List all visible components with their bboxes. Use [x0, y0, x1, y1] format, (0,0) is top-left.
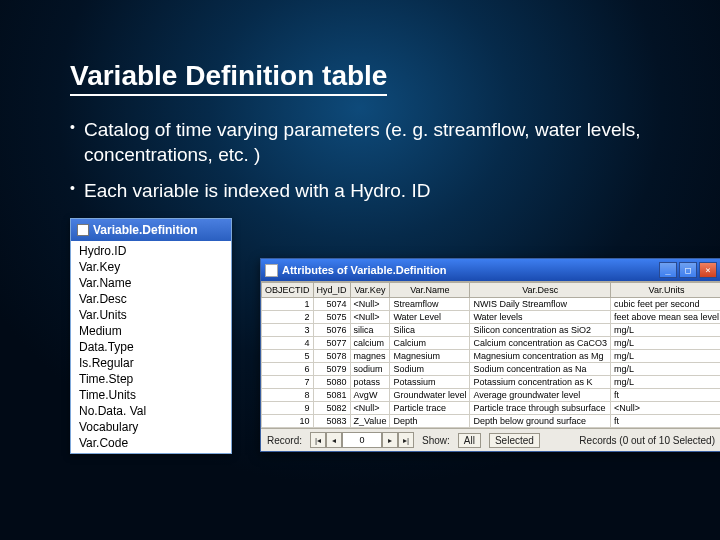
cell[interactable]: 5078	[313, 350, 350, 363]
table-row[interactable]: 65079sodiumSodiumSodium concentration as…	[262, 363, 721, 376]
cell[interactable]: potass	[350, 376, 390, 389]
cell[interactable]: Potassium	[390, 376, 470, 389]
cell[interactable]: Groundwater level	[390, 389, 470, 402]
minimize-button[interactable]: _	[659, 262, 677, 278]
col-header[interactable]: Var.Name	[390, 283, 470, 298]
col-header[interactable]: Var.Key	[350, 283, 390, 298]
cell[interactable]: 5080	[313, 376, 350, 389]
table-row[interactable]: 45077calciumCalciumCalcium concentration…	[262, 337, 721, 350]
cell[interactable]: 9	[262, 402, 314, 415]
cell[interactable]: feet above mean sea level	[611, 311, 721, 324]
col-header[interactable]: OBJECTID	[262, 283, 314, 298]
cell[interactable]: Silica	[390, 324, 470, 337]
cell[interactable]: mg/L	[611, 337, 721, 350]
table-row[interactable]: 105083Z_ValueDepthDepth below ground sur…	[262, 415, 721, 428]
field-item[interactable]: Time.Units	[71, 387, 231, 403]
cell[interactable]: 8	[262, 389, 314, 402]
cell[interactable]: NWIS Daily Streamflow	[470, 298, 611, 311]
field-item[interactable]: Is.Regular	[71, 355, 231, 371]
cell[interactable]: Streamflow	[390, 298, 470, 311]
cell[interactable]: Water Level	[390, 311, 470, 324]
cell[interactable]: mg/L	[611, 376, 721, 389]
col-header[interactable]: Var.Units	[611, 283, 721, 298]
cell[interactable]: Depth	[390, 415, 470, 428]
cell[interactable]: mg/L	[611, 324, 721, 337]
cell[interactable]: cubic feet per second	[611, 298, 721, 311]
cell[interactable]: 2	[262, 311, 314, 324]
cell[interactable]: magnes	[350, 350, 390, 363]
field-item[interactable]: Time.Step	[71, 371, 231, 387]
field-item[interactable]: Var.Desc	[71, 291, 231, 307]
cell[interactable]: Calcium	[390, 337, 470, 350]
cell[interactable]: <Null>	[350, 298, 390, 311]
show-selected-button[interactable]: Selected	[489, 433, 540, 448]
table-row[interactable]: 55078magnesMagnesiumMagnesium concentrat…	[262, 350, 721, 363]
field-item[interactable]: Vocabulary	[71, 419, 231, 435]
cell[interactable]: 5082	[313, 402, 350, 415]
cell[interactable]: Particle trace	[390, 402, 470, 415]
table-row[interactable]: 15074<Null>StreamflowNWIS Daily Streamfl…	[262, 298, 721, 311]
cell[interactable]: 5	[262, 350, 314, 363]
field-item[interactable]: Medium	[71, 323, 231, 339]
cell[interactable]: mg/L	[611, 363, 721, 376]
cell[interactable]: <Null>	[350, 402, 390, 415]
nav-prev-button[interactable]: ◂	[326, 432, 342, 448]
cell[interactable]: 5076	[313, 324, 350, 337]
cell[interactable]: Sodium concentration as Na	[470, 363, 611, 376]
field-item[interactable]: Var.Key	[71, 259, 231, 275]
table-row[interactable]: 35076silicaSilicaSilicon concentration a…	[262, 324, 721, 337]
attributes-titlebar[interactable]: Attributes of Variable.Definition _ □ ×	[261, 259, 720, 281]
cell[interactable]: Depth below ground surface	[470, 415, 611, 428]
nav-next-button[interactable]: ▸	[382, 432, 398, 448]
cell[interactable]: 4	[262, 337, 314, 350]
cell[interactable]: sodium	[350, 363, 390, 376]
field-item[interactable]: No.Data. Val	[71, 403, 231, 419]
field-item[interactable]: Var.Units	[71, 307, 231, 323]
cell[interactable]: Sodium	[390, 363, 470, 376]
cell[interactable]: calcium	[350, 337, 390, 350]
col-header[interactable]: Hyd_ID	[313, 283, 350, 298]
show-all-button[interactable]: All	[458, 433, 481, 448]
cell[interactable]: Potassium concentration as K	[470, 376, 611, 389]
field-item[interactable]: Var.Name	[71, 275, 231, 291]
cell[interactable]: 5075	[313, 311, 350, 324]
cell[interactable]: mg/L	[611, 350, 721, 363]
cell[interactable]: AvgW	[350, 389, 390, 402]
cell[interactable]: 5077	[313, 337, 350, 350]
nav-last-button[interactable]: ▸|	[398, 432, 414, 448]
record-input[interactable]	[342, 432, 382, 448]
cell[interactable]: Silicon concentration as SiO2	[470, 324, 611, 337]
cell[interactable]: <Null>	[350, 311, 390, 324]
cell[interactable]: Calcium concentration as CaCO3	[470, 337, 611, 350]
cell[interactable]: 1	[262, 298, 314, 311]
field-item[interactable]: Hydro.ID	[71, 243, 231, 259]
cell[interactable]: ft	[611, 389, 721, 402]
cell[interactable]: 5083	[313, 415, 350, 428]
cell[interactable]: ft	[611, 415, 721, 428]
cell[interactable]: 10	[262, 415, 314, 428]
cell[interactable]: Particle trace through subsurface	[470, 402, 611, 415]
cell[interactable]: 6	[262, 363, 314, 376]
maximize-button[interactable]: □	[679, 262, 697, 278]
cell[interactable]: Magnesium concentration as Mg	[470, 350, 611, 363]
field-item[interactable]: Data.Type	[71, 339, 231, 355]
cell[interactable]: 3	[262, 324, 314, 337]
table-row[interactable]: 25075<Null>Water LevelWater levelsfeet a…	[262, 311, 721, 324]
col-header[interactable]: Var.Desc	[470, 283, 611, 298]
nav-first-button[interactable]: |◂	[310, 432, 326, 448]
cell[interactable]: Water levels	[470, 311, 611, 324]
cell[interactable]: <Null>	[611, 402, 721, 415]
table-row[interactable]: 75080potassPotassiumPotassium concentrat…	[262, 376, 721, 389]
cell[interactable]: Z_Value	[350, 415, 390, 428]
close-button[interactable]: ×	[699, 262, 717, 278]
cell[interactable]: 5081	[313, 389, 350, 402]
table-row[interactable]: 85081AvgWGroundwater levelAverage ground…	[262, 389, 721, 402]
cell[interactable]: Magnesium	[390, 350, 470, 363]
attributes-grid[interactable]: OBJECTID Hyd_ID Var.Key Var.Name Var.Des…	[261, 281, 720, 428]
cell[interactable]: 5074	[313, 298, 350, 311]
field-item[interactable]: Var.Code	[71, 435, 231, 451]
cell[interactable]: 5079	[313, 363, 350, 376]
cell[interactable]: 7	[262, 376, 314, 389]
cell[interactable]: silica	[350, 324, 390, 337]
cell[interactable]: Average groundwater level	[470, 389, 611, 402]
